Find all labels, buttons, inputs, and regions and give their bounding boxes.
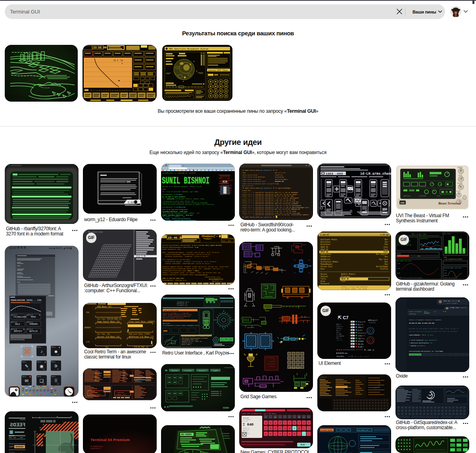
svg-text:⠿: ⠿ <box>54 378 58 383</box>
svg-text:You are now interacting throug: You are now interacting through this she… <box>409 331 458 332</box>
svg-text:Hi, my name is Sunil Bishnoi!: Hi, my name is Sunil Bishnoi! <box>162 196 186 198</box>
svg-text:10:50:42: 10:50:42 <box>397 387 403 388</box>
svg-text:help: help <box>162 189 165 190</box>
svg-text:GRiDWrite: GRiDWrite <box>321 256 330 258</box>
svg-text:Font: Font <box>384 246 388 248</box>
svg-text:53%: 53% <box>37 299 42 302</box>
svg-text:⊙ 連票 パ ▶: ⊙ 連票 パ ▶ <box>367 349 374 351</box>
svg-text:/: / <box>308 433 309 435</box>
svg-text:✕: ✕ <box>369 339 370 341</box>
svg-text:G: G <box>284 428 286 430</box>
svg-text:0 6 12 20 28: 0 6 12 20 28 <box>449 278 457 279</box>
svg-text:12A: 12A <box>351 321 353 323</box>
svg-text:Programs: Programs <box>341 276 350 278</box>
svg-text:✎: ✎ <box>25 364 28 368</box>
svg-text:31 7 2 27 22 47 12 37 32 5 28: 31 7 2 27 22 47 12 37 32 5 28 23 45 15 3… <box>90 90 130 91</box>
svg-text:APP.01.07: APP.01.07 <box>27 329 33 330</box>
svg-text:PANDORA: PANDORA <box>29 323 38 326</box>
svg-text:ВЫСОТА 12000 М: ВЫСОТА 12000 М <box>182 344 191 345</box>
svg-text:MEMORY: MEMORY <box>84 327 91 329</box>
svg-text:子段りのく: 子段りのく <box>358 337 365 339</box>
svg-text:-rw-r--r-- 1 swordfish swordfi: -rw-r--r-- 1 swordfish swordfish 21 nov … <box>242 214 309 216</box>
svg-text:H8あしる: H8あしる <box>336 337 342 339</box>
svg-text:cameron@web1:~ $ Gv -m init: cameron@web1:~ $ Gv -m init <box>409 334 434 336</box>
svg-text:I am a borderless block!: I am a borderless block! <box>444 258 463 260</box>
svg-text:Font: Font <box>384 251 388 253</box>
svg-text:CPU Busy (%): CPU Busy (%) <box>97 306 111 308</box>
svg-text:Cur Top: TCP/IP_MIB (2): Cur Top: TCP/IP_MIB (2) <box>97 318 122 320</box>
svg-text:Freddy Tamer updated: Freddy Tamer updated <box>450 307 466 308</box>
svg-text:Initialize Media: Initialize Media <box>321 261 338 263</box>
svg-text:packaging: packaging <box>275 176 284 178</box>
svg-text:GRiDCensor: GRiDCensor <box>321 253 332 255</box>
svg-text:соответствие акту:: соответствие акту: <box>205 276 221 278</box>
svg-text:22%: 22% <box>418 255 420 257</box>
svg-text:水 気キード: 水 気キード <box>358 335 365 337</box>
svg-text:PHASER: PHASER <box>457 167 463 168</box>
svg-text:S2: S2 <box>452 252 454 253</box>
svg-text:Рабочая программа: "ВЕАРТИМВ.: Рабочая программа: "ВЕАРТИМВ.иЛР" (76/76… <box>165 254 210 255</box>
svg-text:-rw-r--r-- 1 swordfish swordfi: -rw-r--r-- 1 swordfish swordfish 7 att 1… <box>242 197 299 199</box>
svg-text:42: 42 <box>347 316 348 317</box>
svg-text:NM1 Satellite Broadcast System: NM1 Satellite Broadcast System <box>169 48 209 50</box>
svg-text:Gauge: Gauge <box>397 253 401 254</box>
svg-text:на слрвке: 29-1: на слрвке: 29-1 <box>177 305 188 306</box>
svg-text:S4: S4 <box>459 252 461 253</box>
svg-text:0845034593 07: 0845034593 07 <box>211 393 221 394</box>
svg-text:Title: Title <box>321 278 326 280</box>
svg-text:S3: S3 <box>456 252 457 253</box>
svg-text:drwxr-xr-x 1 swordfish swordfi: drwxr-xr-x 1 swordfish swordfish 4.0K at… <box>242 205 301 206</box>
svg-text:K: K <box>299 428 300 430</box>
svg-text:РЕПЛИКЕ временно с последним н: РЕПЛИКЕ временно с последним набор: ————… <box>162 274 208 276</box>
svg-text:Screen.Init: Screen.Init <box>321 266 333 268</box>
svg-text:TERMINAL: TERMINAL <box>409 313 416 315</box>
svg-text:6 もえんえ上: 6 もえんえ上 <box>358 332 367 334</box>
svg-text:Direct I/O Rate (0): Direct I/O Rate (0) <box>97 336 120 338</box>
svg-text:Fast-Moving: Fast-Moving <box>369 322 376 324</box>
svg-text:S: S <box>270 428 271 430</box>
svg-text:,: , <box>299 433 300 435</box>
svg-text:README.md: README.md <box>275 181 284 182</box>
svg-text:V: V <box>280 433 281 435</box>
svg-text:Device: Device <box>321 273 327 275</box>
svg-text:Run: Run <box>385 263 388 265</box>
svg-text:✦ 3D cosine plot: ✦ 3D cosine plot <box>85 231 103 233</box>
svg-text:cool-retro-term.pro.user: cool-retro-term.pro.user <box>242 181 266 182</box>
svg-text:S5: S5 <box>463 252 464 253</box>
svg-text:☻: ☻ <box>54 349 58 354</box>
svg-text:APP.05: APP.05 <box>22 361 26 363</box>
svg-text:I wish to create innovative so: I wish to create innovative solutions to… <box>162 204 215 205</box>
svg-text:50 0 -50: 50 0 -50 <box>113 60 123 62</box>
svg-text:└ Deploy Automatic: └ Deploy Automatic <box>409 345 425 347</box>
svg-text:O: O <box>303 422 305 424</box>
svg-text:VOLUME: VOLUME <box>455 191 460 192</box>
svg-text:D: D <box>275 428 276 430</box>
svg-text:ВЕРСИЯ ИНФОРМАЦИОННОГО ОБЕСПЕЧ: ВЕРСИЯ ИНФОРМАЦИОННОГО ОБЕСПЕЧЕНИЯ: 6.06 <box>162 247 199 248</box>
svg-text:コスト / 力: コスト / 力 <box>336 339 342 341</box>
svg-text:熱す 运む: 熱す 运む <box>358 343 364 345</box>
svg-text:FEEDS: FEEDS <box>10 422 25 428</box>
svg-text:03: 03 <box>165 370 167 372</box>
svg-text:отображение/восстановление име: отображение/восстановление имело место: … <box>162 268 223 270</box>
svg-text:attach: attach <box>373 204 377 205</box>
svg-text:1.40: 1.40 <box>397 268 400 269</box>
svg-text:программирование: программирование <box>209 278 223 280</box>
svg-text:⏴: ⏴ <box>284 416 285 418</box>
svg-text:GRiD 80: GRiD 80 <box>321 251 328 253</box>
svg-text:Контроль успокоения: "СОЛВА.Д: Контроль успокоения: "СОЛВА.ДР" (76726 2… <box>165 256 208 257</box>
svg-text:H: H <box>289 428 290 430</box>
svg-text:Run Text: Run Text <box>379 258 388 260</box>
svg-text:suni1@bishnoi:~$ ./welcome.sh: suni1@bishnoi:~$ ./welcome.sh --profile <box>162 172 196 174</box>
svg-text:APP.01.05: APP.01.05 <box>27 322 33 323</box>
svg-text:12A: 12A <box>351 327 353 328</box>
svg-text:0.50: 0.50 <box>397 273 400 274</box>
svg-text:Shree Bhairaon Secondary Schoo: Shree Bhairaon Secondary School, Jodhpur… <box>162 212 200 214</box>
svg-text:E: E <box>275 422 276 424</box>
svg-text:Cur Top: (0): Cur Top: (0) <box>97 333 110 335</box>
svg-text:S1: S1 <box>449 252 450 253</box>
svg-text:11:30:18: 11:30:18 <box>319 376 327 378</box>
svg-text:1-Jan-87: 1-Jan-87 <box>320 234 329 236</box>
svg-text:UD/D4なか: UD/D4なか <box>336 328 342 329</box>
svg-text:SPOTIFY: SPOTIFY <box>14 330 22 333</box>
svg-text:1.70: 1.70 <box>397 263 400 264</box>
